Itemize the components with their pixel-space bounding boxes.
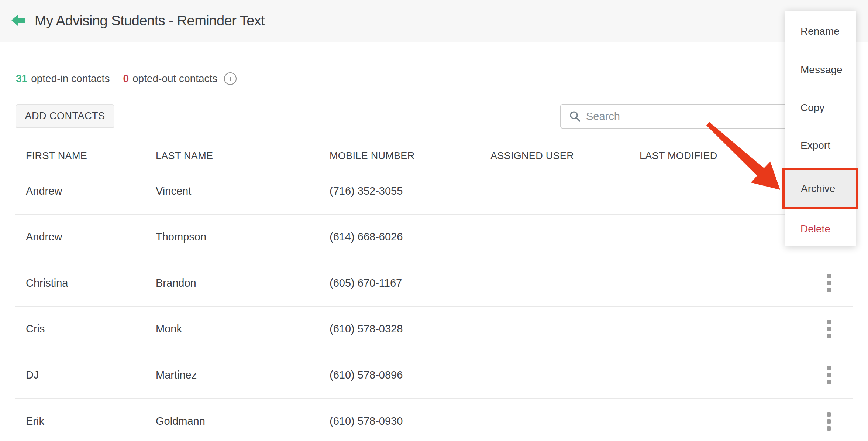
table-header-row: FIRST NAME LAST NAME MOBILE NUMBER ASSIG… [15,144,853,168]
search-box [560,104,802,129]
cell-last-name: Brandon [145,277,318,289]
search-input[interactable] [586,110,778,123]
cell-last-name: Thompson [145,231,318,243]
add-contacts-button[interactable]: ADD CONTACTS [16,104,114,128]
contacts-page: My Advising Students - Reminder Text 31 … [0,0,868,441]
back-button[interactable] [9,11,28,31]
menu-item-delete[interactable]: Delete [785,216,856,242]
column-header-last-name: LAST NAME [145,150,318,162]
contacts-table: FIRST NAME LAST NAME MOBILE NUMBER ASSIG… [15,144,853,441]
table-row[interactable]: DJ Martinez (610) 578-0896 [15,352,853,399]
cell-mobile: (610) 578-0896 [318,369,479,381]
column-header-modified: LAST MODIFIED [628,150,761,162]
row-kebab-menu-button[interactable] [820,317,838,341]
cell-first-name: Christina [15,277,145,289]
cell-first-name: Cris [15,323,145,335]
cell-mobile: (614) 668-6026 [318,231,479,243]
table-row[interactable]: Christina Brandon (605) 670-1167 [15,260,853,307]
info-icon[interactable]: i [224,72,237,85]
cell-mobile: (610) 578-0930 [318,415,479,427]
cell-last-name: Martinez [145,369,318,381]
back-arrow-icon [10,13,27,29]
search-icon [569,110,581,122]
table-row[interactable]: Cris Monk (610) 578-0328 [15,307,853,353]
row-kebab-menu-button[interactable] [820,363,838,387]
cell-first-name: Andrew [15,231,145,243]
table-row[interactable]: Andrew Vincent (716) 352-3055 [15,168,853,215]
cell-first-name: Erik [15,415,145,427]
table-row[interactable]: Andrew Thompson (614) 668-6026 [15,215,853,261]
menu-item-copy[interactable]: Copy [785,95,856,121]
column-header-assigned: ASSIGNED USER [479,150,628,162]
table-row[interactable]: Erik Goldmann (610) 578-0930 [15,399,853,441]
cell-first-name: Andrew [15,185,145,197]
opted-out-count: 0 [123,73,129,85]
menu-item-message[interactable]: Message [785,57,856,83]
cell-last-name: Goldmann [145,415,318,427]
column-header-first-name: FIRST NAME [15,150,145,162]
contact-stats: 31 opted-in contacts 0 opted-out contact… [16,72,237,85]
cell-mobile: (605) 670-1167 [318,277,479,289]
column-header-mobile: MOBILE NUMBER [318,150,479,162]
page-header: My Advising Students - Reminder Text [0,0,868,42]
cell-last-name: Vincent [145,185,318,197]
row-kebab-menu-button[interactable] [820,271,838,295]
menu-item-archive[interactable]: Archive [782,168,858,209]
menu-item-export[interactable]: Export [785,132,856,159]
cell-mobile: (716) 352-3055 [318,185,479,197]
row-kebab-menu-button[interactable] [820,410,838,433]
opted-in-count: 31 [16,73,27,85]
menu-item-rename[interactable]: Rename [785,18,856,45]
context-menu: Rename Message Copy Export Archive Delet… [785,11,856,246]
page-title: My Advising Students - Reminder Text [35,13,265,29]
opted-out-label: opted-out contacts [132,73,217,85]
cell-mobile: (610) 578-0328 [318,323,479,335]
cell-last-name: Monk [145,323,318,335]
cell-first-name: DJ [15,369,145,381]
opted-in-label: opted-in contacts [31,73,110,85]
